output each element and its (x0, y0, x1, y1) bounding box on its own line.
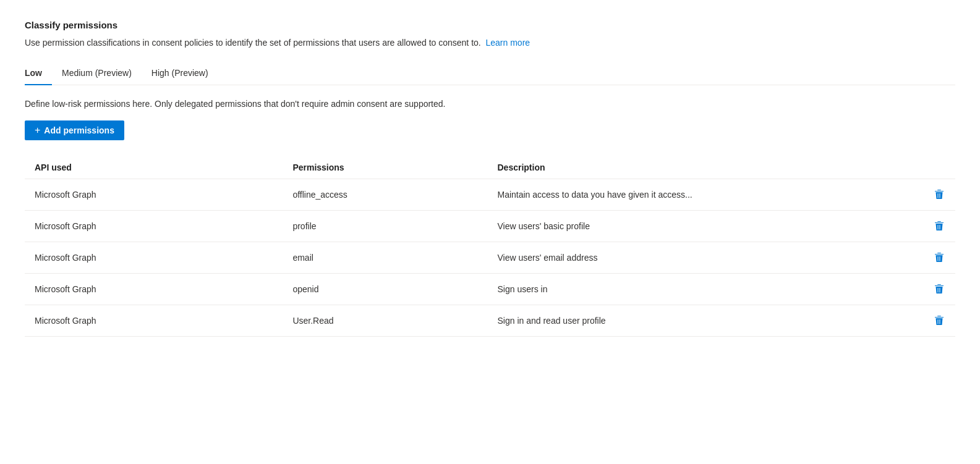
column-header-action (909, 158, 955, 179)
cell-description: Sign users in (490, 274, 908, 305)
cell-permissions: profile (285, 211, 490, 242)
cell-action (909, 179, 955, 211)
cell-description: View users' email address (490, 242, 908, 274)
tabs-container: Low Medium (Preview) High (Preview) (25, 62, 955, 85)
delete-button[interactable] (931, 187, 948, 203)
trash-icon (934, 315, 944, 326)
table-header-row: API used Permissions Description (25, 158, 955, 179)
cell-description: View users' basic profile (490, 211, 908, 242)
delete-button[interactable] (931, 313, 948, 329)
page-description: Use permission classifications in consen… (25, 36, 955, 49)
table-row: Microsoft GraphprofileView users' basic … (25, 211, 955, 242)
add-permissions-label: Add permissions (44, 125, 114, 135)
column-header-description: Description (490, 158, 908, 179)
add-permissions-button[interactable]: + Add permissions (25, 120, 124, 140)
cell-api: Microsoft Graph (25, 305, 285, 337)
cell-api: Microsoft Graph (25, 211, 285, 242)
cell-action (909, 305, 955, 337)
table-row: Microsoft GraphemailView users' email ad… (25, 242, 955, 274)
cell-permissions: offline_access (285, 179, 490, 211)
cell-api: Microsoft Graph (25, 274, 285, 305)
cell-action (909, 274, 955, 305)
cell-api: Microsoft Graph (25, 242, 285, 274)
plus-icon: + (35, 125, 40, 135)
cell-permissions: openid (285, 274, 490, 305)
permissions-table: API used Permissions Description Microso… (25, 158, 955, 337)
cell-description: Sign in and read user profile (490, 305, 908, 337)
table-row: Microsoft GraphopenidSign users in (25, 274, 955, 305)
delete-button[interactable] (931, 218, 948, 234)
column-header-permissions: Permissions (285, 158, 490, 179)
page-title: Classify permissions (25, 20, 955, 30)
trash-icon (934, 252, 944, 263)
cell-action (909, 211, 955, 242)
delete-button[interactable] (931, 250, 948, 266)
cell-permissions: User.Read (285, 305, 490, 337)
trash-icon (934, 189, 944, 200)
learn-more-link[interactable]: Learn more (485, 38, 530, 48)
tab-medium[interactable]: Medium (Preview) (62, 62, 142, 85)
tab-low[interactable]: Low (25, 62, 52, 85)
description-text: Use permission classifications in consen… (25, 38, 481, 48)
trash-icon (934, 284, 944, 295)
cell-permissions: email (285, 242, 490, 274)
cell-api: Microsoft Graph (25, 179, 285, 211)
section-description: Define low-risk permissions here. Only d… (25, 98, 955, 111)
cell-action (909, 242, 955, 274)
delete-button[interactable] (931, 281, 948, 297)
table-row: Microsoft GraphUser.ReadSign in and read… (25, 305, 955, 337)
trash-icon (934, 221, 944, 232)
table-row: Microsoft Graphoffline_accessMaintain ac… (25, 179, 955, 211)
tab-high[interactable]: High (Preview) (151, 62, 218, 85)
cell-description: Maintain access to data you have given i… (490, 179, 908, 211)
column-header-api: API used (25, 158, 285, 179)
